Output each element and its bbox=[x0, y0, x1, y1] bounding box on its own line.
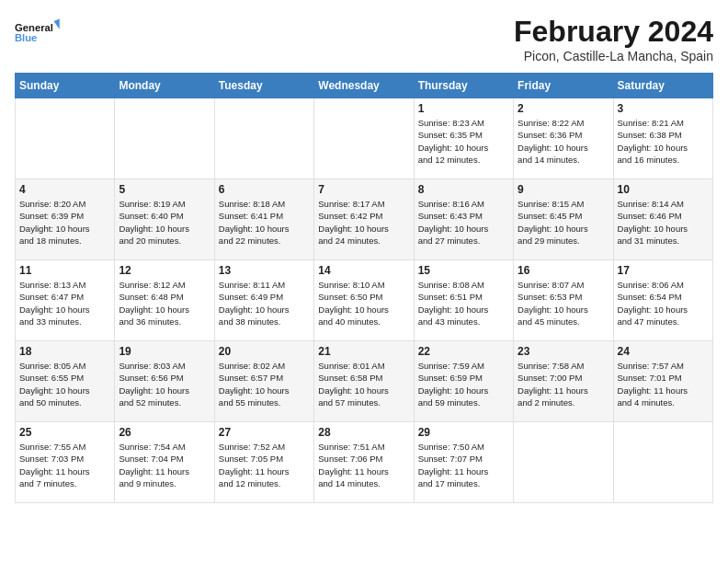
day-number: 3 bbox=[618, 102, 709, 115]
day-info: Sunrise: 8:20 AM Sunset: 6:39 PM Dayligh… bbox=[19, 198, 110, 247]
calendar-cell: 11Sunrise: 8:13 AM Sunset: 6:47 PM Dayli… bbox=[16, 260, 115, 341]
day-info: Sunrise: 7:59 AM Sunset: 6:59 PM Dayligh… bbox=[418, 360, 509, 408]
day-info: Sunrise: 7:54 AM Sunset: 7:04 PM Dayligh… bbox=[119, 441, 210, 489]
day-info: Sunrise: 8:17 AM Sunset: 6:42 PM Dayligh… bbox=[318, 198, 409, 247]
day-number: 1 bbox=[418, 102, 509, 115]
day-number: 13 bbox=[219, 264, 310, 277]
day-number: 17 bbox=[618, 264, 709, 277]
day-info: Sunrise: 7:57 AM Sunset: 7:01 PM Dayligh… bbox=[618, 360, 709, 408]
svg-marker-2 bbox=[54, 18, 60, 29]
day-number: 11 bbox=[19, 264, 110, 277]
calendar-cell: 13Sunrise: 8:11 AM Sunset: 6:49 PM Dayli… bbox=[214, 260, 313, 341]
location-subtitle: Picon, Castille-La Mancha, Spain bbox=[514, 49, 713, 63]
calendar-cell: 22Sunrise: 7:59 AM Sunset: 6:59 PM Dayli… bbox=[414, 341, 513, 422]
week-row-2: 4Sunrise: 8:20 AM Sunset: 6:39 PM Daylig… bbox=[16, 179, 713, 260]
calendar-cell bbox=[613, 422, 712, 503]
day-number: 6 bbox=[219, 183, 310, 196]
calendar-table: SundayMondayTuesdayWednesdayThursdayFrid… bbox=[15, 73, 713, 503]
day-number: 27 bbox=[219, 426, 310, 439]
calendar-cell: 28Sunrise: 7:51 AM Sunset: 7:06 PM Dayli… bbox=[314, 422, 414, 503]
day-info: Sunrise: 7:50 AM Sunset: 7:07 PM Dayligh… bbox=[418, 441, 509, 489]
calendar-cell: 3Sunrise: 8:21 AM Sunset: 6:38 PM Daylig… bbox=[613, 98, 712, 179]
weekday-header-thursday: Thursday bbox=[414, 74, 513, 98]
page-header: General Blue February 2024 Picon, Castil… bbox=[15, 15, 713, 63]
day-number: 5 bbox=[119, 183, 210, 196]
logo: General Blue bbox=[15, 15, 61, 52]
day-info: Sunrise: 8:14 AM Sunset: 6:46 PM Dayligh… bbox=[618, 198, 709, 247]
calendar-cell: 26Sunrise: 7:54 AM Sunset: 7:04 PM Dayli… bbox=[115, 422, 214, 503]
calendar-cell: 1Sunrise: 8:23 AM Sunset: 6:35 PM Daylig… bbox=[414, 98, 513, 179]
day-number: 15 bbox=[418, 264, 509, 277]
week-row-5: 25Sunrise: 7:55 AM Sunset: 7:03 PM Dayli… bbox=[16, 422, 713, 503]
day-info: Sunrise: 8:16 AM Sunset: 6:43 PM Dayligh… bbox=[418, 198, 509, 247]
day-number: 2 bbox=[518, 102, 609, 115]
day-info: Sunrise: 8:05 AM Sunset: 6:55 PM Dayligh… bbox=[19, 360, 110, 408]
calendar-cell: 20Sunrise: 8:02 AM Sunset: 6:57 PM Dayli… bbox=[214, 341, 313, 422]
svg-text:General: General bbox=[15, 22, 53, 33]
day-info: Sunrise: 8:19 AM Sunset: 6:40 PM Dayligh… bbox=[119, 198, 210, 247]
month-title: February 2024 bbox=[514, 15, 713, 49]
day-info: Sunrise: 8:02 AM Sunset: 6:57 PM Dayligh… bbox=[219, 360, 310, 408]
day-number: 18 bbox=[19, 345, 110, 358]
weekday-header-sunday: Sunday bbox=[16, 74, 115, 98]
calendar-cell: 8Sunrise: 8:16 AM Sunset: 6:43 PM Daylig… bbox=[414, 179, 513, 260]
day-info: Sunrise: 7:55 AM Sunset: 7:03 PM Dayligh… bbox=[19, 441, 110, 489]
calendar-cell: 2Sunrise: 8:22 AM Sunset: 6:36 PM Daylig… bbox=[514, 98, 613, 179]
day-number: 10 bbox=[618, 183, 709, 196]
day-info: Sunrise: 8:11 AM Sunset: 6:49 PM Dayligh… bbox=[219, 279, 310, 327]
day-info: Sunrise: 8:22 AM Sunset: 6:36 PM Dayligh… bbox=[518, 117, 609, 166]
day-number: 14 bbox=[318, 264, 409, 277]
calendar-cell: 23Sunrise: 7:58 AM Sunset: 7:00 PM Dayli… bbox=[514, 341, 613, 422]
day-number: 22 bbox=[418, 345, 509, 358]
week-row-1: 1Sunrise: 8:23 AM Sunset: 6:35 PM Daylig… bbox=[16, 98, 713, 179]
calendar-cell bbox=[16, 98, 115, 179]
day-info: Sunrise: 7:52 AM Sunset: 7:05 PM Dayligh… bbox=[219, 441, 310, 489]
weekday-header-monday: Monday bbox=[115, 74, 214, 98]
weekday-header-friday: Friday bbox=[514, 74, 613, 98]
weekday-header-saturday: Saturday bbox=[613, 74, 712, 98]
day-number: 19 bbox=[119, 345, 210, 358]
day-info: Sunrise: 8:06 AM Sunset: 6:54 PM Dayligh… bbox=[618, 279, 709, 327]
calendar-cell: 24Sunrise: 7:57 AM Sunset: 7:01 PM Dayli… bbox=[613, 341, 712, 422]
calendar-cell: 4Sunrise: 8:20 AM Sunset: 6:39 PM Daylig… bbox=[16, 179, 115, 260]
svg-text:Blue: Blue bbox=[15, 32, 37, 43]
calendar-cell: 21Sunrise: 8:01 AM Sunset: 6:58 PM Dayli… bbox=[314, 341, 414, 422]
day-info: Sunrise: 8:15 AM Sunset: 6:45 PM Dayligh… bbox=[518, 198, 609, 247]
day-info: Sunrise: 8:07 AM Sunset: 6:53 PM Dayligh… bbox=[518, 279, 609, 327]
calendar-cell bbox=[514, 422, 613, 503]
weekday-header-row: SundayMondayTuesdayWednesdayThursdayFrid… bbox=[16, 74, 713, 98]
calendar-cell bbox=[115, 98, 214, 179]
calendar-cell: 18Sunrise: 8:05 AM Sunset: 6:55 PM Dayli… bbox=[16, 341, 115, 422]
week-row-3: 11Sunrise: 8:13 AM Sunset: 6:47 PM Dayli… bbox=[16, 260, 713, 341]
day-info: Sunrise: 7:51 AM Sunset: 7:06 PM Dayligh… bbox=[318, 441, 409, 489]
day-info: Sunrise: 8:18 AM Sunset: 6:41 PM Dayligh… bbox=[219, 198, 310, 247]
day-info: Sunrise: 8:23 AM Sunset: 6:35 PM Dayligh… bbox=[418, 117, 509, 166]
day-info: Sunrise: 8:10 AM Sunset: 6:50 PM Dayligh… bbox=[318, 279, 409, 327]
day-number: 21 bbox=[318, 345, 409, 358]
calendar-cell bbox=[214, 98, 313, 179]
calendar-cell: 10Sunrise: 8:14 AM Sunset: 6:46 PM Dayli… bbox=[613, 179, 712, 260]
day-number: 9 bbox=[518, 183, 609, 196]
day-info: Sunrise: 8:12 AM Sunset: 6:48 PM Dayligh… bbox=[119, 279, 210, 327]
calendar-cell: 27Sunrise: 7:52 AM Sunset: 7:05 PM Dayli… bbox=[214, 422, 313, 503]
day-number: 7 bbox=[318, 183, 409, 196]
calendar-cell: 6Sunrise: 8:18 AM Sunset: 6:41 PM Daylig… bbox=[214, 179, 313, 260]
week-row-4: 18Sunrise: 8:05 AM Sunset: 6:55 PM Dayli… bbox=[16, 341, 713, 422]
day-info: Sunrise: 8:08 AM Sunset: 6:51 PM Dayligh… bbox=[418, 279, 509, 327]
calendar-cell: 9Sunrise: 8:15 AM Sunset: 6:45 PM Daylig… bbox=[514, 179, 613, 260]
calendar-cell: 12Sunrise: 8:12 AM Sunset: 6:48 PM Dayli… bbox=[115, 260, 214, 341]
calendar-cell: 17Sunrise: 8:06 AM Sunset: 6:54 PM Dayli… bbox=[613, 260, 712, 341]
calendar-cell bbox=[314, 98, 414, 179]
day-info: Sunrise: 8:01 AM Sunset: 6:58 PM Dayligh… bbox=[318, 360, 409, 408]
logo-icon: General Blue bbox=[15, 15, 61, 52]
day-info: Sunrise: 8:03 AM Sunset: 6:56 PM Dayligh… bbox=[119, 360, 210, 408]
day-number: 28 bbox=[318, 426, 409, 439]
day-number: 4 bbox=[19, 183, 110, 196]
calendar-cell: 7Sunrise: 8:17 AM Sunset: 6:42 PM Daylig… bbox=[314, 179, 414, 260]
day-number: 12 bbox=[119, 264, 210, 277]
day-info: Sunrise: 8:13 AM Sunset: 6:47 PM Dayligh… bbox=[19, 279, 110, 327]
calendar-cell: 16Sunrise: 8:07 AM Sunset: 6:53 PM Dayli… bbox=[514, 260, 613, 341]
day-number: 29 bbox=[418, 426, 509, 439]
day-info: Sunrise: 8:21 AM Sunset: 6:38 PM Dayligh… bbox=[618, 117, 709, 166]
weekday-header-wednesday: Wednesday bbox=[314, 74, 414, 98]
